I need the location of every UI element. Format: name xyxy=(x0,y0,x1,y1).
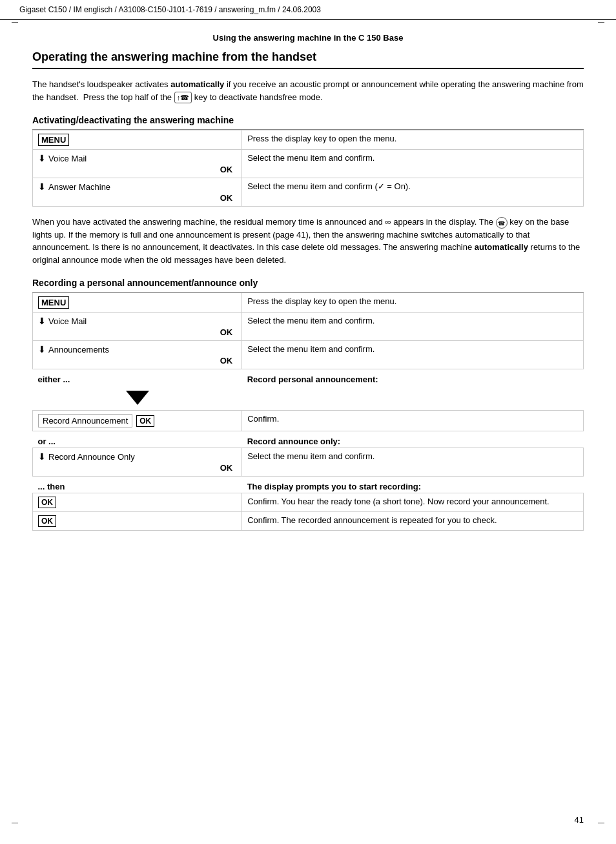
handsfree-key-icon: ↑☎ xyxy=(174,92,192,104)
menu-key-cell2: MENU xyxy=(33,293,242,313)
table-row: ⬇ Answer Machine OK Select the menu item… xyxy=(33,178,584,207)
menu-desc: Press the display key to open the menu. xyxy=(242,130,584,150)
menu-key: MENU xyxy=(38,134,69,146)
arrow-item: ⬇ Answer Machine xyxy=(38,181,236,192)
or-label-cell: or ... xyxy=(33,431,242,448)
ok2-cell: OK xyxy=(33,512,242,531)
voicemail-label: Voice Mail xyxy=(48,154,87,163)
record-announce-only-text: Record announce only: xyxy=(247,437,340,446)
ok-label: OK xyxy=(38,327,236,337)
arrow-down-icon: ⬇ xyxy=(38,451,46,462)
main-content: Using the answering machine in the C 150… xyxy=(0,20,616,579)
corner-mark-br: — xyxy=(598,819,604,826)
record-personal-text: Record personal announcement: xyxy=(247,375,378,384)
arrow-item: ⬇ Voice Mail xyxy=(38,153,236,163)
voicemail-desc2: Select the menu item and confirm. xyxy=(242,313,584,341)
then-label-cell: ... then xyxy=(33,477,242,493)
arrow-item: ⬇ Record Announce Only xyxy=(38,451,236,462)
section2-table: MENU Press the display key to open the m… xyxy=(32,293,584,531)
or-row: or ... Record announce only: xyxy=(33,431,584,448)
intro-text: The handset's loudspeaker activates auto… xyxy=(32,78,584,103)
ok-row-2: OK Confirm. The recorded announcement is… xyxy=(33,512,584,531)
ok-label: OK xyxy=(38,356,236,365)
record-only-label-text: Record Announce Only xyxy=(48,452,135,462)
either-label: either ... xyxy=(38,375,70,384)
arrow-shape-row xyxy=(33,386,584,411)
main-heading: Operating the answering machine from the… xyxy=(32,50,584,64)
answermachine-cell: ⬇ Answer Machine OK xyxy=(33,178,242,207)
then-label: ... then xyxy=(38,482,65,491)
corner-mark-tl: — xyxy=(12,18,18,25)
ok-label: OK xyxy=(38,165,236,174)
arrow-down-icon: ⬇ xyxy=(38,316,46,326)
record-only-cell: ⬇ Record Announce Only OK xyxy=(33,448,242,477)
base-key-icon: ☎ xyxy=(496,217,508,229)
announcements-desc: Select the menu item and confirm. xyxy=(242,341,584,369)
main-heading-rule xyxy=(32,68,584,69)
voicemail-label2: Voice Mail xyxy=(48,316,87,326)
record-only-desc: Select the menu item and confirm. xyxy=(242,448,584,477)
section1-heading: Activating/deactivating the answering ma… xyxy=(32,115,584,125)
table-row: ⬇ Announcements OK Select the menu item … xyxy=(33,341,584,369)
table-row: ⬇ Voice Mail OK Select the menu item and… xyxy=(33,313,584,341)
ok2-desc: Confirm. The recorded announcement is re… xyxy=(242,512,584,531)
page-number: 41 xyxy=(575,815,584,825)
ok-label: OK xyxy=(38,463,236,473)
then-row: ... then The display prompts you to star… xyxy=(33,477,584,493)
ok-key2: OK xyxy=(38,515,56,527)
arrow-empty-cell xyxy=(242,386,584,411)
auto-bold: automatically xyxy=(475,242,528,252)
page: — — — — Gigaset C150 / IM englisch / A31… xyxy=(0,0,616,844)
ok1-cell: OK xyxy=(33,493,242,512)
middle-text: When you have activated the answering ma… xyxy=(32,216,584,266)
menu-key-cell: MENU xyxy=(33,130,242,150)
arrow-down-icon: ⬇ xyxy=(38,181,46,192)
record-announce-cell: Record Announcement OK xyxy=(33,411,242,431)
ok-key: OK xyxy=(136,415,154,427)
table-row: ⬇ Voice Mail OK Select the menu item and… xyxy=(33,150,584,178)
voicemail-desc: Select the menu item and confirm. xyxy=(242,150,584,178)
table-row: MENU Press the display key to open the m… xyxy=(33,130,584,150)
display-prompts-text: The display prompts you to start recordi… xyxy=(247,482,421,491)
ok1-desc: Confirm. You hear the ready tone (a shor… xyxy=(242,493,584,512)
arrow-down-icon: ⬇ xyxy=(38,153,46,163)
big-arrow-down-icon xyxy=(126,391,149,405)
arrow-down-icon: ⬇ xyxy=(38,344,46,355)
ok-row-1: OK Confirm. You hear the ready tone (a s… xyxy=(33,493,584,512)
record-announcement-box: Record Announcement xyxy=(38,414,132,427)
ok-key1: OK xyxy=(38,497,56,508)
header-bar: Gigaset C150 / IM englisch / A31008-C150… xyxy=(0,0,616,20)
arrow-item: ⬇ Announcements xyxy=(38,344,236,355)
answermachine-desc: Select the menu item and confirm (✓ = On… xyxy=(242,178,584,207)
answermachine-label: Answer Machine xyxy=(48,182,110,192)
infinity-icon: ∞ xyxy=(385,217,391,227)
section1-table: MENU Press the display key to open the m… xyxy=(32,130,584,207)
using-title: Using the answering machine in the C 150… xyxy=(32,33,584,43)
either-label-cell: either ... xyxy=(33,369,242,386)
record-announce-inner: Record Announcement OK xyxy=(38,414,236,427)
menu-desc2: Press the display key to open the menu. xyxy=(242,293,584,313)
arrow-item: ⬇ Voice Mail xyxy=(38,316,236,326)
ok-label: OK xyxy=(38,193,236,203)
corner-mark-bl: — xyxy=(12,819,18,826)
record-only-row: ⬇ Record Announce Only OK Select the men… xyxy=(33,448,584,477)
voicemail-cell2: ⬇ Voice Mail OK xyxy=(33,313,242,341)
table-row: MENU Press the display key to open the m… xyxy=(33,293,584,313)
record-only-label: Record announce only: xyxy=(242,431,584,448)
corner-mark-tr: — xyxy=(598,18,604,25)
or-label: or ... xyxy=(38,437,56,446)
record-announce-row: Record Announcement OK Confirm. xyxy=(33,411,584,431)
arrow-shape xyxy=(38,388,237,407)
announcements-label: Announcements xyxy=(48,345,109,355)
header-text: Gigaset C150 / IM englisch / A31008-C150… xyxy=(19,5,321,14)
menu-key2: MENU xyxy=(38,296,69,309)
record-personal-label: Record personal announcement: xyxy=(242,369,584,386)
section2-heading: Recording a personal announcement/announ… xyxy=(32,278,584,288)
announcements-cell: ⬇ Announcements OK xyxy=(33,341,242,369)
arrow-shape-cell xyxy=(33,386,242,411)
either-row: either ... Record personal announcement: xyxy=(33,369,584,386)
intro-bold: automatically xyxy=(170,79,224,89)
confirm-cell: Confirm. xyxy=(242,411,584,431)
voicemail-cell: ⬇ Voice Mail OK xyxy=(33,150,242,178)
display-prompts-label: The display prompts you to start recordi… xyxy=(242,477,584,493)
